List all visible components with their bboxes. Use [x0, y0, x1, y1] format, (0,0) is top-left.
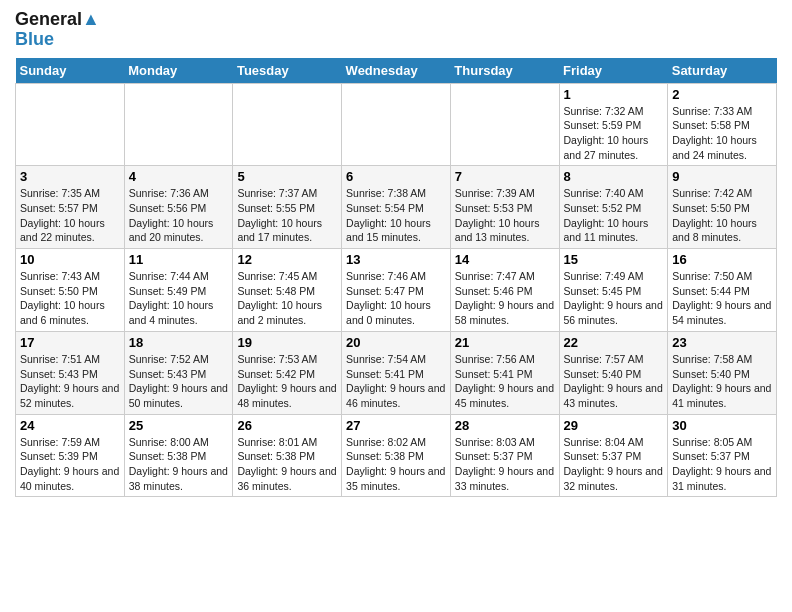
- calendar-cell: 14Sunrise: 7:47 AM Sunset: 5:46 PM Dayli…: [450, 249, 559, 332]
- day-info: Sunrise: 7:44 AM Sunset: 5:49 PM Dayligh…: [129, 269, 229, 328]
- calendar-cell: 8Sunrise: 7:40 AM Sunset: 5:52 PM Daylig…: [559, 166, 668, 249]
- calendar-cell: 2Sunrise: 7:33 AM Sunset: 5:58 PM Daylig…: [668, 83, 777, 166]
- calendar-cell: 21Sunrise: 7:56 AM Sunset: 5:41 PM Dayli…: [450, 331, 559, 414]
- calendar-cell: 11Sunrise: 7:44 AM Sunset: 5:49 PM Dayli…: [124, 249, 233, 332]
- day-info: Sunrise: 7:33 AM Sunset: 5:58 PM Dayligh…: [672, 104, 772, 163]
- calendar-cell: 25Sunrise: 8:00 AM Sunset: 5:38 PM Dayli…: [124, 414, 233, 497]
- day-number: 24: [20, 418, 120, 433]
- calendar-cell: 22Sunrise: 7:57 AM Sunset: 5:40 PM Dayli…: [559, 331, 668, 414]
- day-number: 15: [564, 252, 664, 267]
- calendar-cell: [233, 83, 342, 166]
- day-info: Sunrise: 7:45 AM Sunset: 5:48 PM Dayligh…: [237, 269, 337, 328]
- calendar-cell: 18Sunrise: 7:52 AM Sunset: 5:43 PM Dayli…: [124, 331, 233, 414]
- day-number: 1: [564, 87, 664, 102]
- day-number: 23: [672, 335, 772, 350]
- calendar-cell: 6Sunrise: 7:38 AM Sunset: 5:54 PM Daylig…: [342, 166, 451, 249]
- day-number: 13: [346, 252, 446, 267]
- calendar-cell: 5Sunrise: 7:37 AM Sunset: 5:55 PM Daylig…: [233, 166, 342, 249]
- day-number: 3: [20, 169, 120, 184]
- day-info: Sunrise: 7:39 AM Sunset: 5:53 PM Dayligh…: [455, 186, 555, 245]
- calendar-week-3: 10Sunrise: 7:43 AM Sunset: 5:50 PM Dayli…: [16, 249, 777, 332]
- day-info: Sunrise: 8:01 AM Sunset: 5:38 PM Dayligh…: [237, 435, 337, 494]
- day-number: 11: [129, 252, 229, 267]
- day-number: 25: [129, 418, 229, 433]
- day-info: Sunrise: 7:54 AM Sunset: 5:41 PM Dayligh…: [346, 352, 446, 411]
- day-number: 26: [237, 418, 337, 433]
- day-number: 22: [564, 335, 664, 350]
- day-number: 30: [672, 418, 772, 433]
- logo-svg: General▲ Blue: [15, 10, 100, 50]
- calendar-cell: 26Sunrise: 8:01 AM Sunset: 5:38 PM Dayli…: [233, 414, 342, 497]
- calendar-week-1: 1Sunrise: 7:32 AM Sunset: 5:59 PM Daylig…: [16, 83, 777, 166]
- day-info: Sunrise: 7:59 AM Sunset: 5:39 PM Dayligh…: [20, 435, 120, 494]
- calendar-cell: 19Sunrise: 7:53 AM Sunset: 5:42 PM Dayli…: [233, 331, 342, 414]
- calendar-week-2: 3Sunrise: 7:35 AM Sunset: 5:57 PM Daylig…: [16, 166, 777, 249]
- calendar-table: SundayMondayTuesdayWednesdayThursdayFrid…: [15, 58, 777, 498]
- calendar-cell: 12Sunrise: 7:45 AM Sunset: 5:48 PM Dayli…: [233, 249, 342, 332]
- day-info: Sunrise: 8:05 AM Sunset: 5:37 PM Dayligh…: [672, 435, 772, 494]
- calendar-cell: [342, 83, 451, 166]
- day-number: 18: [129, 335, 229, 350]
- day-header-monday: Monday: [124, 58, 233, 84]
- calendar-cell: 28Sunrise: 8:03 AM Sunset: 5:37 PM Dayli…: [450, 414, 559, 497]
- calendar-cell: 9Sunrise: 7:42 AM Sunset: 5:50 PM Daylig…: [668, 166, 777, 249]
- day-number: 10: [20, 252, 120, 267]
- day-number: 21: [455, 335, 555, 350]
- calendar-cell: 3Sunrise: 7:35 AM Sunset: 5:57 PM Daylig…: [16, 166, 125, 249]
- calendar-week-4: 17Sunrise: 7:51 AM Sunset: 5:43 PM Dayli…: [16, 331, 777, 414]
- day-info: Sunrise: 7:50 AM Sunset: 5:44 PM Dayligh…: [672, 269, 772, 328]
- day-info: Sunrise: 8:02 AM Sunset: 5:38 PM Dayligh…: [346, 435, 446, 494]
- day-info: Sunrise: 7:32 AM Sunset: 5:59 PM Dayligh…: [564, 104, 664, 163]
- calendar-week-5: 24Sunrise: 7:59 AM Sunset: 5:39 PM Dayli…: [16, 414, 777, 497]
- day-info: Sunrise: 7:38 AM Sunset: 5:54 PM Dayligh…: [346, 186, 446, 245]
- calendar-cell: 15Sunrise: 7:49 AM Sunset: 5:45 PM Dayli…: [559, 249, 668, 332]
- calendar-cell: 30Sunrise: 8:05 AM Sunset: 5:37 PM Dayli…: [668, 414, 777, 497]
- day-info: Sunrise: 7:47 AM Sunset: 5:46 PM Dayligh…: [455, 269, 555, 328]
- day-number: 29: [564, 418, 664, 433]
- day-header-saturday: Saturday: [668, 58, 777, 84]
- calendar-cell: 24Sunrise: 7:59 AM Sunset: 5:39 PM Dayli…: [16, 414, 125, 497]
- day-info: Sunrise: 8:03 AM Sunset: 5:37 PM Dayligh…: [455, 435, 555, 494]
- calendar-cell: 13Sunrise: 7:46 AM Sunset: 5:47 PM Dayli…: [342, 249, 451, 332]
- day-info: Sunrise: 7:56 AM Sunset: 5:41 PM Dayligh…: [455, 352, 555, 411]
- day-number: 4: [129, 169, 229, 184]
- calendar-cell: [16, 83, 125, 166]
- day-info: Sunrise: 7:57 AM Sunset: 5:40 PM Dayligh…: [564, 352, 664, 411]
- day-number: 2: [672, 87, 772, 102]
- day-number: 16: [672, 252, 772, 267]
- calendar-cell: 27Sunrise: 8:02 AM Sunset: 5:38 PM Dayli…: [342, 414, 451, 497]
- day-number: 14: [455, 252, 555, 267]
- day-header-tuesday: Tuesday: [233, 58, 342, 84]
- day-number: 20: [346, 335, 446, 350]
- day-info: Sunrise: 7:35 AM Sunset: 5:57 PM Dayligh…: [20, 186, 120, 245]
- day-header-thursday: Thursday: [450, 58, 559, 84]
- day-number: 19: [237, 335, 337, 350]
- calendar-cell: 7Sunrise: 7:39 AM Sunset: 5:53 PM Daylig…: [450, 166, 559, 249]
- day-info: Sunrise: 7:40 AM Sunset: 5:52 PM Dayligh…: [564, 186, 664, 245]
- calendar-cell: 1Sunrise: 7:32 AM Sunset: 5:59 PM Daylig…: [559, 83, 668, 166]
- day-info: Sunrise: 7:46 AM Sunset: 5:47 PM Dayligh…: [346, 269, 446, 328]
- day-info: Sunrise: 8:04 AM Sunset: 5:37 PM Dayligh…: [564, 435, 664, 494]
- day-number: 8: [564, 169, 664, 184]
- day-info: Sunrise: 7:43 AM Sunset: 5:50 PM Dayligh…: [20, 269, 120, 328]
- day-info: Sunrise: 7:51 AM Sunset: 5:43 PM Dayligh…: [20, 352, 120, 411]
- day-number: 17: [20, 335, 120, 350]
- day-header-sunday: Sunday: [16, 58, 125, 84]
- day-header-friday: Friday: [559, 58, 668, 84]
- day-info: Sunrise: 7:52 AM Sunset: 5:43 PM Dayligh…: [129, 352, 229, 411]
- logo: General▲ Blue: [15, 10, 100, 50]
- day-number: 27: [346, 418, 446, 433]
- day-info: Sunrise: 7:49 AM Sunset: 5:45 PM Dayligh…: [564, 269, 664, 328]
- calendar-cell: 23Sunrise: 7:58 AM Sunset: 5:40 PM Dayli…: [668, 331, 777, 414]
- day-info: Sunrise: 8:00 AM Sunset: 5:38 PM Dayligh…: [129, 435, 229, 494]
- calendar-cell: 17Sunrise: 7:51 AM Sunset: 5:43 PM Dayli…: [16, 331, 125, 414]
- day-header-wednesday: Wednesday: [342, 58, 451, 84]
- day-number: 12: [237, 252, 337, 267]
- calendar-cell: 4Sunrise: 7:36 AM Sunset: 5:56 PM Daylig…: [124, 166, 233, 249]
- calendar-cell: 29Sunrise: 8:04 AM Sunset: 5:37 PM Dayli…: [559, 414, 668, 497]
- day-number: 9: [672, 169, 772, 184]
- day-number: 6: [346, 169, 446, 184]
- calendar-cell: [450, 83, 559, 166]
- day-info: Sunrise: 7:42 AM Sunset: 5:50 PM Dayligh…: [672, 186, 772, 245]
- day-info: Sunrise: 7:58 AM Sunset: 5:40 PM Dayligh…: [672, 352, 772, 411]
